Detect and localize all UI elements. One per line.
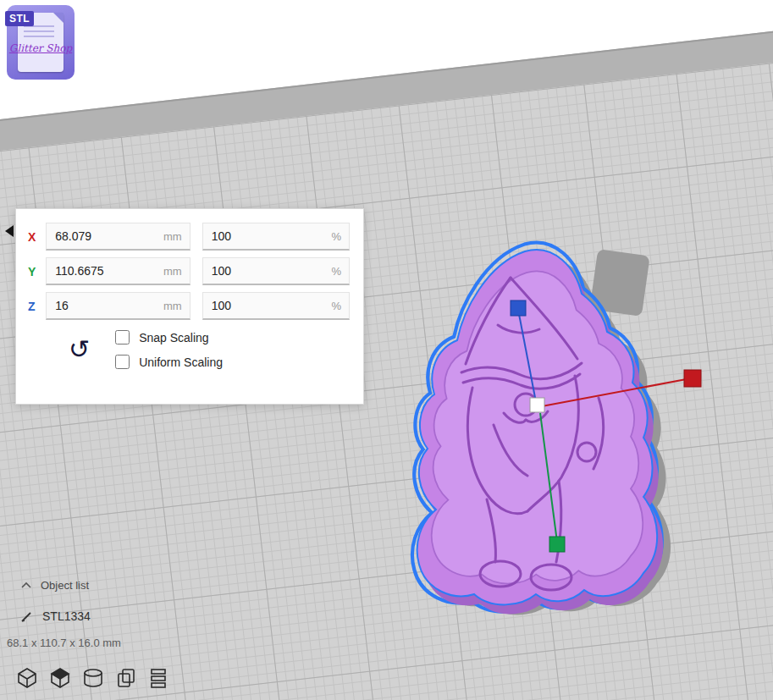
uniform-scaling-option[interactable]: Uniform Scaling	[115, 355, 223, 369]
object-list-title: Object list	[41, 579, 89, 592]
view-mode-toolbar	[15, 665, 171, 691]
shop-script-text: Glitter Shop	[7, 42, 75, 54]
model-pencil-icon	[20, 609, 34, 623]
stl-badge: STL	[5, 11, 34, 26]
object-name: STL1334	[42, 609, 91, 623]
document-fold-icon	[53, 13, 63, 23]
expand-caret-icon[interactable]	[20, 580, 32, 592]
uniform-scaling-checkbox[interactable]	[115, 355, 130, 369]
object-list-header[interactable]: Object list	[20, 579, 89, 592]
axis-y-label: Y	[28, 265, 46, 278]
axis-x-label: X	[28, 230, 46, 244]
cylinder-view-icon[interactable]	[81, 665, 105, 691]
scale-row-y: Y mm %	[28, 257, 350, 285]
shop-logo: STL Glitter Shop	[7, 5, 75, 80]
z-percent-input[interactable]	[202, 292, 350, 320]
panel-pointer-icon	[5, 225, 14, 237]
layer-stack-icon[interactable]	[147, 665, 171, 691]
snap-scaling-checkbox[interactable]	[115, 330, 130, 344]
x-percent-input[interactable]	[202, 223, 350, 251]
scale-tool-panel: X mm % Y mm % Z mm % ↺	[15, 208, 364, 405]
copy-pages-icon[interactable]	[114, 665, 138, 691]
object-dimensions: 68.1 x 110.7 x 16.0 mm	[7, 637, 121, 649]
object-list-item[interactable]: STL1334	[20, 609, 91, 623]
snap-scaling-label: Snap Scaling	[139, 331, 209, 344]
uniform-scaling-label: Uniform Scaling	[139, 356, 223, 369]
reset-scale-icon[interactable]: ↺	[69, 337, 90, 362]
y-percent-input[interactable]	[202, 257, 350, 285]
slicer-app-window: { "logo": { "stl_badge": "STL", "script_…	[0, 0, 773, 700]
axis-z-label: Z	[28, 300, 46, 313]
x-size-input[interactable]	[46, 223, 190, 251]
snap-scaling-option[interactable]: Snap Scaling	[115, 330, 223, 344]
wireframe-cube-icon[interactable]	[15, 665, 39, 691]
background-object-tab	[589, 249, 649, 317]
z-size-input[interactable]	[46, 292, 190, 320]
y-size-input[interactable]	[46, 257, 190, 285]
scale-row-x: X mm %	[28, 223, 350, 251]
scale-row-z: Z mm %	[28, 292, 350, 320]
solid-cube-icon[interactable]	[48, 665, 72, 691]
model-gnome-mold[interactable]	[385, 230, 724, 637]
